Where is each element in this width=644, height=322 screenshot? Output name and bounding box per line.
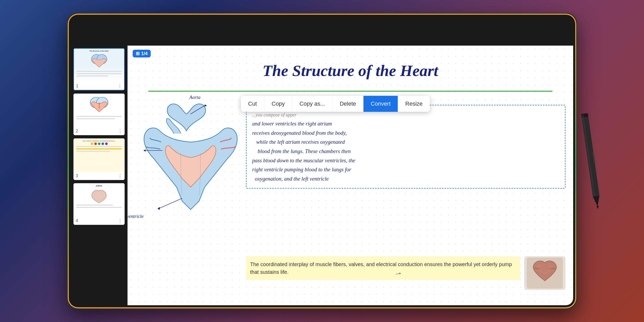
heart-photo — [524, 256, 565, 290]
status-time: 12:34 — [77, 19, 91, 26]
doc-subject: Bio — [104, 38, 111, 44]
more-button[interactable]: ⋮ — [562, 33, 568, 40]
context-cut[interactable]: Cut — [241, 96, 264, 112]
color-gray[interactable] — [342, 33, 350, 41]
thumb-heart-2 — [89, 95, 109, 116]
context-menu: Cut Copy Copy as... Delete Convert Resiz… — [241, 96, 430, 112]
page-header: ⊞ 1/4 — [133, 50, 151, 57]
arrow-to-photo: → — [393, 268, 403, 279]
page-counter-value: 1/4 — [141, 51, 148, 56]
thumb-more-2[interactable]: ⋮ — [118, 128, 122, 134]
color-yellow[interactable] — [402, 33, 410, 41]
thumb-footer-3: 3 ⋮ — [74, 172, 124, 180]
svg-marker-17 — [593, 196, 601, 207]
doc-title-group: Heart01 EN-US Bio — [86, 30, 111, 44]
keyboard-button[interactable]: ⌨ — [239, 31, 251, 43]
lasso-button[interactable] — [311, 31, 323, 43]
doc-tag: EN-US — [86, 38, 101, 44]
page-thumb-2[interactable]: 2 ⋮ — [73, 94, 125, 135]
toolbar-left: ← Heart01 EN-US Bio — [76, 30, 133, 44]
page-thumb-3[interactable]: Free cellular metabolism to biological h… — [73, 138, 125, 180]
doc-canvas: ⊞ 1/4 The Structure of the Heart Cut Cop… — [128, 46, 573, 305]
back-button[interactable]: ← — [76, 33, 83, 41]
thumb-more-1[interactable]: ⋮ — [117, 83, 122, 89]
page-num-1: 1 — [76, 84, 78, 88]
svg-marker-18 — [597, 206, 599, 209]
thumb-img-2 — [74, 94, 124, 127]
thumb-more-3[interactable]: ⋮ — [118, 173, 122, 179]
wifi-icon: ▾▾ — [539, 20, 544, 25]
note-title: The Structure of the Heart — [143, 61, 558, 80]
page-num-3: 3 — [76, 174, 78, 178]
lower-text-content: The coordinated interplay of muscle fibe… — [246, 256, 520, 280]
svg-marker-11 — [157, 207, 160, 210]
title-underline — [148, 91, 553, 92]
lower-text-area: The coordinated interplay of muscle fibe… — [246, 256, 565, 290]
page-thumb-1[interactable]: The Structure of the Heart — [73, 48, 125, 90]
doc-title: Heart01 — [86, 30, 111, 38]
main-content: The Structure of the Heart — [71, 46, 573, 305]
context-delete[interactable]: Delete — [333, 96, 364, 112]
highlighter-button[interactable] — [282, 31, 294, 43]
status-icons: ▾▾ ▲▲▲ ▮▮ — [539, 20, 567, 25]
sidebar: The Structure of the Heart — [71, 46, 128, 305]
page-thumb-4[interactable]: AORTA 4 ⋮ — [73, 183, 125, 225]
lower-text-value: The coordinated interplay of muscle fibe… — [250, 261, 512, 275]
svg-line-10 — [160, 198, 182, 208]
add-button[interactable]: + — [554, 33, 558, 40]
color-red[interactable] — [380, 33, 388, 41]
undo-button[interactable]: ↩ — [536, 33, 541, 40]
context-copy[interactable]: Copy — [264, 96, 292, 112]
redo-button[interactable]: ↪ — [545, 33, 550, 40]
color-blue[interactable] — [369, 33, 377, 41]
toolbar: ← Heart01 EN-US Bio ⌨ ✋ — [71, 28, 573, 46]
thumb-footer-1: 1 ⋮ — [74, 82, 124, 90]
grid-icon: ⊞ — [136, 51, 140, 56]
hand-button[interactable]: ✋ — [253, 31, 265, 43]
tablet-device: 12:34 ▾▾ ▲▲▲ ▮▮ ← Heart01 EN-US Bio — [67, 13, 577, 309]
color-black[interactable] — [331, 33, 339, 41]
thumb-img-1: The Structure of the Heart — [74, 49, 124, 82]
svg-marker-9 — [205, 104, 207, 107]
page-num-4: 4 — [76, 218, 78, 223]
annotation-right-ventricle: Right ventricle — [128, 214, 143, 219]
heart-diagram: Right atrium Aorta Right ventricle — [135, 97, 246, 221]
status-bar: 12:34 ▾▾ ▲▲▲ ▮▮ — [71, 17, 573, 28]
thumb-heart-1 — [90, 53, 108, 71]
thumb-footer-4: 4 ⋮ — [74, 217, 124, 225]
signal-icon: ▲▲▲ — [546, 20, 560, 25]
context-copy-as[interactable]: Copy as... — [292, 96, 333, 112]
thumb-heart-4 — [91, 188, 107, 205]
battery-icon: ▮▮ — [562, 20, 567, 25]
color-add-button[interactable]: + — [412, 33, 421, 41]
heart-svg — [135, 97, 246, 221]
page-counter: ⊞ 1/4 — [133, 50, 151, 57]
notes-text: and lower ventricles the right atrium re… — [252, 121, 355, 182]
color-green[interactable] — [391, 33, 399, 41]
annotation-aorta: Aorta — [189, 95, 200, 100]
screen: 12:34 ▾▾ ▲▲▲ ▮▮ ← Heart01 EN-US Bio — [71, 17, 573, 305]
color-light-gray[interactable] — [353, 33, 361, 41]
thumb-more-4[interactable]: ⋮ — [118, 218, 122, 224]
page-num-2: 2 — [76, 129, 78, 133]
heart-photo-svg — [527, 258, 563, 289]
pen-button[interactable] — [268, 31, 279, 43]
thumb-img-4: AORTA — [74, 183, 124, 217]
context-resize[interactable]: Resize — [398, 96, 430, 112]
eraser-button[interactable] — [296, 31, 308, 43]
toolbar-center: ⌨ ✋ — [137, 31, 523, 43]
svg-marker-7 — [143, 149, 146, 152]
handwritten-notes: ...you compose of upper and lower ventri… — [246, 105, 565, 189]
thumb-footer-2: 2 ⋮ — [74, 127, 124, 135]
thumb-img-3: Free cellular metabolism to biological h… — [74, 139, 124, 172]
context-convert[interactable]: Convert — [363, 96, 398, 112]
doc-subtitle: EN-US Bio — [86, 38, 111, 44]
toolbar-right: ↩ ↪ + ⋮ — [527, 33, 568, 40]
